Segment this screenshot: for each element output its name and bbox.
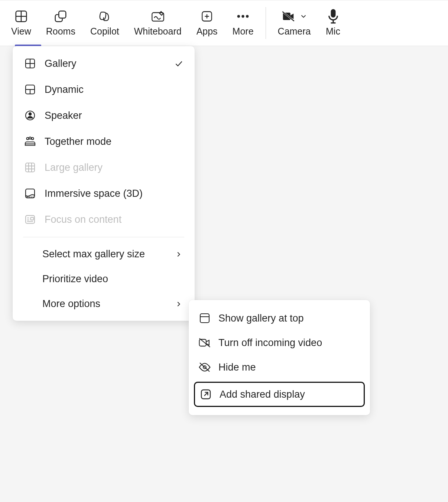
svg-rect-4 [152, 13, 163, 21]
large-gallery-icon [24, 161, 36, 174]
more-options-submenu: Show gallery at top Turn off incoming vi… [189, 300, 370, 415]
submenu-item-hide-me[interactable]: Hide me [189, 355, 370, 379]
menu-item-focus-on-content: Focus on content [13, 206, 195, 232]
menu-item-together-mode[interactable]: Together mode [13, 128, 195, 154]
menu-item-dynamic[interactable]: Dynamic [13, 76, 195, 102]
camera-button[interactable]: Camera [270, 0, 318, 46]
copilot-button[interactable]: Copilot [83, 0, 127, 46]
svg-line-50 [204, 392, 208, 396]
submenu-item-turn-off-incoming-video[interactable]: Turn off incoming video [189, 330, 370, 355]
menu-label: Add shared display [220, 389, 359, 400]
svg-point-24 [27, 137, 29, 140]
svg-rect-13 [331, 9, 335, 17]
camera-label: Camera [278, 27, 311, 36]
copilot-icon [97, 9, 112, 24]
menu-label: More options [42, 298, 174, 310]
gallery-icon [24, 57, 36, 70]
menu-separator [23, 237, 184, 237]
svg-point-9 [241, 15, 244, 17]
svg-rect-28 [26, 163, 35, 172]
svg-rect-3 [59, 11, 66, 18]
mic-button[interactable]: Mic [318, 0, 348, 46]
menu-item-select-max-gallery-size[interactable]: Select max gallery size [13, 242, 195, 267]
check-icon [174, 59, 184, 68]
whiteboard-label: Whiteboard [134, 27, 182, 36]
menu-label: Speaker [45, 110, 184, 121]
chevron-right-icon [174, 299, 184, 309]
more-horizontal-icon [236, 9, 250, 24]
chevron-down-icon[interactable] [299, 12, 308, 20]
menu-label: Hide me [218, 362, 360, 373]
menu-item-more-options[interactable]: More options [13, 291, 195, 316]
submenu-item-show-gallery-at-top[interactable]: Show gallery at top [189, 306, 370, 330]
speaker-person-icon [24, 109, 36, 122]
grid-icon [14, 9, 29, 24]
menu-label: Turn off incoming video [218, 337, 360, 349]
svg-line-48 [200, 363, 210, 372]
menu-label: Show gallery at top [218, 313, 360, 324]
menu-label: Together mode [45, 136, 184, 147]
more-button[interactable]: More [225, 0, 261, 46]
copilot-label: Copilot [90, 27, 119, 36]
meeting-toolbar: View Rooms Copilot Whiteboard [0, 0, 448, 46]
menu-item-speaker[interactable]: Speaker [13, 102, 195, 128]
toolbar-divider [266, 7, 266, 39]
view-label: View [11, 27, 31, 36]
focus-content-icon [24, 213, 36, 226]
svg-point-23 [29, 113, 32, 115]
more-label: More [233, 27, 254, 36]
apps-label: Apps [197, 27, 218, 36]
svg-point-8 [237, 15, 240, 17]
apps-button[interactable]: Apps [189, 0, 225, 46]
svg-rect-43 [200, 314, 209, 323]
svg-point-10 [246, 15, 249, 17]
together-mode-icon [24, 135, 36, 148]
popout-icon [199, 388, 212, 401]
menu-item-gallery[interactable]: Gallery [13, 50, 195, 76]
svg-point-26 [32, 137, 34, 140]
apps-plus-icon [199, 9, 214, 24]
eye-off-icon [198, 361, 211, 374]
menu-label: Dynamic [45, 84, 184, 95]
dynamic-icon [24, 83, 36, 96]
menu-item-prioritize-video[interactable]: Prioritize video [13, 267, 195, 291]
whiteboard-icon [150, 9, 165, 24]
rooms-label: Rooms [46, 27, 75, 36]
rooms-button[interactable]: Rooms [39, 0, 83, 46]
menu-label: Prioritize video [42, 273, 184, 285]
rooms-icon [53, 9, 68, 24]
menu-label: Gallery [45, 58, 166, 69]
video-off-icon [198, 336, 211, 349]
menu-label: Select max gallery size [42, 248, 174, 260]
camera-off-icon [281, 9, 296, 24]
menu-label: Focus on content [45, 214, 184, 225]
menu-item-immersive-space[interactable]: Immersive space (3D) [13, 180, 195, 206]
immersive-space-icon [24, 187, 36, 200]
microphone-icon [326, 9, 341, 24]
menu-item-large-gallery: Large gallery [13, 154, 195, 180]
submenu-item-add-shared-display[interactable]: Add shared display [194, 382, 365, 407]
menu-label: Large gallery [45, 162, 184, 173]
gallery-top-icon [198, 312, 211, 325]
view-button[interactable]: View [4, 0, 39, 46]
mic-label: Mic [326, 27, 340, 36]
svg-point-25 [29, 137, 31, 139]
whiteboard-button[interactable]: Whiteboard [127, 0, 189, 46]
menu-label: Immersive space (3D) [45, 188, 184, 199]
svg-rect-39 [30, 218, 33, 220]
view-dropdown-menu: Gallery Dynamic Speaker Together mode [13, 46, 195, 321]
chevron-right-icon [174, 250, 184, 259]
